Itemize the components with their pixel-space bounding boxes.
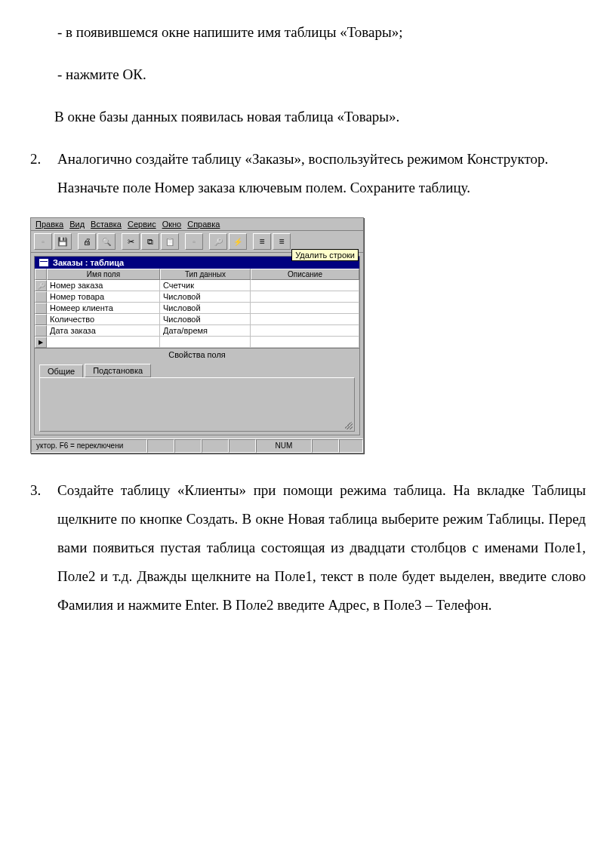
status-cell	[339, 439, 363, 453]
data-type-cell[interactable]: Дата/время	[160, 325, 251, 337]
fields-grid[interactable]: Имя поля Тип данных Описание Номер заказ…	[35, 269, 359, 348]
primary-key-button[interactable]	[209, 233, 227, 250]
grid-header-row: Имя поля Тип данных Описание	[35, 269, 359, 280]
grid-header-selector	[35, 269, 47, 280]
view-button[interactable]	[34, 233, 52, 250]
menu-edit[interactable]: Правка	[35, 220, 63, 229]
para-db-appeared: В окне базы данных появилась новая табли…	[30, 103, 586, 131]
data-type-cell[interactable]: Числовой	[160, 314, 251, 325]
current-row-icon	[35, 337, 47, 348]
menu-window[interactable]: Окно	[162, 220, 182, 229]
desc-cell[interactable]	[251, 325, 359, 337]
table-design-window: Заказы : таблица Имя поля Тип данных Опи…	[34, 256, 360, 435]
resize-grip-icon[interactable]	[345, 422, 353, 429]
statusbar: уктор. F6 = переключени NUM	[31, 438, 363, 453]
item3-text: Создайте таблицу «Клиенты» при помощи ре…	[57, 476, 586, 620]
menu-service[interactable]: Сервис	[128, 220, 156, 229]
row-selector[interactable]	[35, 325, 47, 337]
item2-text: Аналогично создайте таблицу «Заказы», во…	[57, 151, 548, 167]
desc-cell[interactable]	[251, 303, 359, 314]
desc-cell[interactable]	[251, 337, 359, 348]
tab-general[interactable]: Общие	[39, 364, 83, 378]
grid-row[interactable]: Номер товара Числовой	[35, 291, 359, 303]
menu-insert[interactable]: Вставка	[91, 220, 122, 229]
cut-button[interactable]	[122, 233, 140, 250]
window-title-text: Заказы : таблица	[53, 258, 124, 267]
indexes-button[interactable]	[229, 233, 247, 250]
menu-view[interactable]: Вид	[69, 220, 85, 229]
properties-panel	[39, 377, 355, 432]
desc-cell[interactable]	[251, 280, 359, 291]
desc-cell[interactable]	[251, 291, 359, 303]
data-type-cell[interactable]: Числовой	[160, 303, 251, 314]
properties-tabs: Общие Подстановка	[35, 361, 359, 377]
field-properties-label: Свойства поля	[35, 348, 359, 361]
delete-rows-tooltip: Удалить строки	[291, 249, 359, 261]
status-cell	[147, 439, 174, 453]
item2-paragraph-2: Назначьте поле Номер заказа ключевым пол…	[57, 174, 586, 202]
tab-lookup[interactable]: Подстановка	[85, 364, 151, 377]
save-button[interactable]	[54, 233, 72, 250]
undo-button[interactable]	[185, 233, 203, 250]
status-cell	[312, 439, 339, 453]
field-name-cell[interactable]: Номер заказа	[47, 280, 160, 291]
grid-header-desc: Описание	[251, 269, 359, 280]
preview-button[interactable]	[97, 233, 116, 250]
data-type-cell[interactable]: Счетчик	[160, 280, 251, 291]
field-name-cell[interactable]: Номер товара	[47, 291, 160, 303]
field-name-cell[interactable]: Номеер клиента	[47, 303, 160, 314]
access-screenshot: Правка Вид Вставка Сервис Окно Справка	[30, 217, 364, 454]
data-type-cell[interactable]	[160, 337, 251, 348]
data-type-cell[interactable]: Числовой	[160, 291, 251, 303]
field-name-cell[interactable]: Количество	[47, 314, 160, 325]
grid-row[interactable]	[35, 337, 359, 348]
status-cell	[174, 439, 202, 453]
row-selector[interactable]	[35, 291, 47, 303]
key-icon	[35, 280, 47, 291]
toolbar: Удалить строки	[31, 231, 363, 253]
status-num: NUM	[256, 439, 312, 453]
delete-rows-button[interactable]	[273, 233, 291, 250]
status-text: уктор. F6 = переключени	[31, 439, 147, 453]
grid-row[interactable]: Количество Числовой	[35, 314, 359, 325]
item2-number: 2.	[30, 145, 51, 174]
item3-number: 3.	[30, 476, 51, 620]
grid-row[interactable]: Номер заказа Счетчик	[35, 280, 359, 291]
status-cell	[202, 439, 229, 453]
bullet-2: - нажмите ОК.	[72, 60, 586, 89]
insert-rows-button[interactable]	[253, 233, 271, 250]
copy-button[interactable]	[141, 233, 159, 250]
grid-row[interactable]: Дата заказа Дата/время	[35, 325, 359, 337]
field-name-cell[interactable]	[47, 337, 160, 348]
bullet-1: - в появившемся окне напишите имя таблиц…	[72, 18, 586, 47]
paste-button[interactable]	[161, 233, 179, 250]
status-cell	[229, 439, 256, 453]
desc-cell[interactable]	[251, 314, 359, 325]
row-selector[interactable]	[35, 314, 47, 325]
grid-header-datatype: Тип данных	[160, 269, 251, 280]
row-selector[interactable]	[35, 303, 47, 314]
list-item-2: 2. Аналогично создайте таблицу «Заказы»,…	[30, 145, 586, 174]
list-item-3: 3. Создайте таблицу «Клиенты» при помощи…	[30, 476, 586, 620]
menu-help[interactable]: Справка	[187, 220, 220, 229]
grid-header-fieldname: Имя поля	[47, 269, 160, 280]
menubar: Правка Вид Вставка Сервис Окно Справка	[31, 218, 363, 231]
grid-row[interactable]: Номеер клиента Числовой	[35, 303, 359, 314]
field-name-cell[interactable]: Дата заказа	[47, 325, 160, 337]
table-icon	[39, 259, 48, 266]
print-button[interactable]	[78, 233, 96, 250]
